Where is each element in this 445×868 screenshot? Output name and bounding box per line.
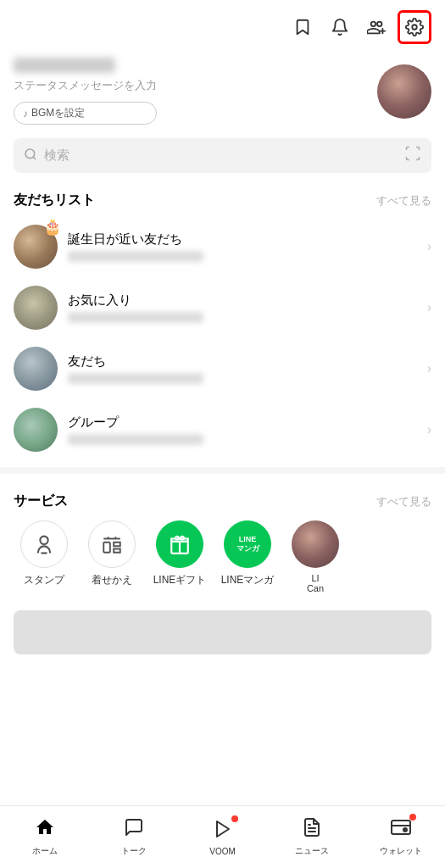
friend-avatar-birthday: 🎂: [14, 225, 58, 269]
friend-name-favorites: お気に入り: [68, 292, 417, 309]
nav-item-news[interactable]: ニュース: [286, 817, 337, 857]
camera-icon: [292, 520, 339, 568]
gray-banner: [14, 610, 431, 654]
add-friend-icon[interactable]: [360, 10, 394, 44]
profile-name-blur: [14, 58, 115, 73]
birthday-cake-icon: 🎂: [44, 218, 61, 234]
bgm-note-icon: ♪: [23, 108, 28, 120]
services-grid: スタンプ 着せかえ LINEギフト: [0, 517, 445, 604]
friend-status-blur-favorites: [68, 312, 203, 323]
svg-line-4: [33, 157, 36, 159]
wallet-icon: [391, 817, 411, 843]
bell-icon[interactable]: [323, 10, 357, 44]
friend-item-friends[interactable]: 友だち ›: [0, 338, 445, 399]
profile-avatar[interactable]: [377, 64, 431, 119]
svg-point-2: [412, 25, 417, 30]
theme-icon: [88, 520, 136, 568]
friend-info-groups: グループ: [68, 415, 417, 445]
manga-text-icon: LINEマンガ: [236, 535, 259, 554]
talk-label: トーク: [121, 845, 147, 857]
svg-point-13: [403, 828, 407, 832]
svg-point-5: [40, 537, 47, 544]
friend-status-blur-groups: [68, 434, 203, 445]
services-title: サービス: [14, 492, 68, 510]
services-see-all[interactable]: すべて見る: [376, 494, 431, 509]
news-icon: [302, 817, 322, 843]
friends-section-header: 友だちリスト すべて見る: [0, 180, 445, 216]
friend-item-favorites[interactable]: お気に入り ›: [0, 277, 445, 338]
camera-label: LICan: [307, 573, 324, 593]
friend-info-favorites: お気に入り: [68, 292, 417, 323]
service-item-theme[interactable]: 着せかえ: [81, 520, 142, 587]
voom-icon: [213, 819, 233, 844]
bottom-nav: ホーム トーク VOOM ニュー: [0, 805, 445, 868]
service-item-manga[interactable]: LINEマンガ LINEマンガ: [217, 520, 278, 587]
home-label: ホーム: [32, 845, 58, 857]
friend-name-birthday: 誕生日が近い友だち: [68, 231, 417, 248]
services-section-header: サービス すべて見る: [0, 481, 445, 517]
gift-label: LINEギフト: [153, 573, 207, 587]
settings-icon[interactable]: [398, 10, 431, 44]
svg-point-3: [25, 149, 35, 159]
friend-name-groups: グループ: [68, 415, 417, 431]
friends-see-all[interactable]: すべて見る: [376, 193, 431, 209]
manga-icon: LINEマンガ: [224, 520, 271, 568]
svg-marker-8: [217, 821, 229, 837]
friend-list: 🎂 誕生日が近い友だち › お気に入り › 友だち ›: [0, 216, 445, 460]
nav-item-home[interactable]: ホーム: [19, 817, 70, 857]
stamp-label: スタンプ: [24, 573, 64, 587]
friend-info-birthday: 誕生日が近い友だち: [68, 231, 417, 262]
wallet-label: ウォレット: [380, 845, 422, 857]
friend-chevron-birthday: ›: [427, 239, 431, 254]
service-item-camera[interactable]: LICan: [285, 520, 346, 593]
friend-info-friends: 友だち: [68, 353, 417, 384]
news-label: ニュース: [295, 845, 329, 857]
stamp-icon: [20, 520, 68, 568]
friend-chevron-friends: ›: [427, 361, 431, 376]
friend-chevron-favorites: ›: [427, 300, 431, 315]
manga-label: LINEマンガ: [221, 573, 275, 587]
header: [0, 0, 445, 51]
friend-status-blur-friends: [68, 373, 203, 384]
bgm-label: BGMを設定: [31, 106, 85, 120]
friend-status-blur-birthday: [68, 251, 203, 262]
friend-item-groups[interactable]: グループ ›: [0, 399, 445, 460]
friend-name-friends: 友だち: [68, 353, 417, 370]
friend-item-birthday[interactable]: 🎂 誕生日が近い友だち ›: [0, 216, 445, 277]
profile-section: ステータスメッセージを入力 ♪ BGMを設定: [0, 51, 445, 135]
nav-item-wallet[interactable]: ウォレット: [375, 817, 426, 857]
friend-avatar-friends: [14, 347, 58, 391]
svg-rect-6: [103, 542, 110, 553]
bgm-button[interactable]: ♪ BGMを設定: [14, 102, 157, 125]
search-icon: [24, 147, 37, 164]
nav-item-voom[interactable]: VOOM: [197, 819, 248, 856]
theme-label: 着せかえ: [92, 573, 132, 587]
scan-icon[interactable]: [404, 145, 421, 166]
nav-item-talk[interactable]: トーク: [108, 817, 159, 857]
svg-rect-11: [392, 821, 410, 834]
bookmark-icon[interactable]: [286, 10, 320, 44]
friend-avatar-groups: [14, 408, 58, 452]
gift-icon: [156, 520, 203, 568]
wallet-dot: [409, 814, 416, 821]
service-item-stamps[interactable]: スタンプ: [14, 520, 75, 587]
service-item-gift[interactable]: LINEギフト: [149, 520, 210, 587]
chat-icon: [124, 817, 144, 843]
voom-dot: [231, 815, 238, 822]
section-divider: [0, 467, 445, 474]
voom-label: VOOM: [209, 847, 236, 856]
friend-avatar-favorites: [14, 286, 58, 330]
search-bar[interactable]: 検索: [14, 138, 431, 173]
profile-status[interactable]: ステータスメッセージを入力: [14, 78, 157, 93]
friends-title: 友だちリスト: [14, 192, 95, 209]
profile-left: ステータスメッセージを入力 ♪ BGMを設定: [14, 58, 157, 125]
search-placeholder: 検索: [44, 147, 398, 164]
friend-chevron-groups: ›: [427, 422, 431, 437]
home-icon: [35, 817, 55, 843]
